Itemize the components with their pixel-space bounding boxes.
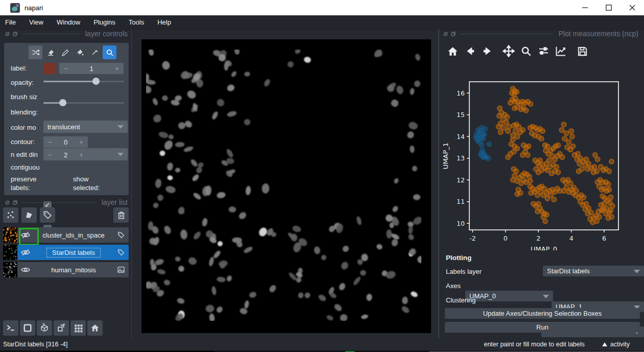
svg-text:15: 15 (457, 111, 465, 119)
n-edit-dim-spinbox[interactable]: −2+ (43, 149, 88, 160)
plot-configure-button[interactable] (537, 44, 550, 58)
eye-slash-icon (20, 230, 31, 240)
hide-dock-icon[interactable] (5, 32, 10, 36)
hide-dock-icon[interactable] (443, 32, 448, 36)
labels-layer-combobox[interactable]: StarDist labels (543, 266, 644, 276)
layer-row-human-mitosis[interactable]: human_mitosis (3, 262, 129, 277)
maximize-button[interactable] (597, 0, 621, 15)
plot-edit-axis-button[interactable] (554, 44, 567, 58)
contour-spinbox[interactable]: −0+ (43, 136, 88, 148)
opacity-slider[interactable] (43, 78, 124, 85)
delete-layer-button[interactable] (113, 207, 129, 223)
grid-icon (74, 323, 83, 333)
svg-text:UMAP_0: UMAP_0 (531, 245, 557, 250)
layer-controls-header: layer controls (5, 30, 128, 38)
plotting-section-title: Plotting (446, 254, 471, 262)
update-axes-button[interactable]: Update Axes/Clustering Selection Boxes (445, 308, 640, 319)
svg-text:10: 10 (457, 220, 465, 227)
grid-view-button[interactable] (70, 320, 86, 336)
svg-text:4: 4 (569, 234, 574, 242)
svg-text:16: 16 (457, 89, 465, 97)
layer-name: human_mitosis (34, 266, 113, 274)
image-layer-icon (117, 266, 125, 274)
color-picker-tool-button[interactable] (88, 45, 102, 59)
new-points-layer-button[interactable] (3, 207, 18, 223)
label-color-swatch[interactable] (43, 63, 56, 74)
plot-dock-title: Plot measurements (ncp) (559, 30, 638, 38)
preserve-labels-label: preserve labels: (11, 175, 37, 192)
erase-tool-button[interactable] (43, 45, 57, 59)
label-spinbox[interactable]: −1+ (59, 63, 124, 74)
color-mode-label: color mo (11, 124, 36, 131)
labels-layer-icon (117, 231, 125, 239)
transpose-dimensions-button[interactable] (54, 320, 69, 336)
float-dock-icon[interactable] (13, 200, 17, 205)
plot-home-button[interactable] (446, 44, 459, 58)
points-icon (6, 210, 16, 220)
console-button[interactable] (3, 320, 18, 336)
activity-button[interactable]: activity (602, 341, 630, 348)
plot-pan-button[interactable] (502, 44, 515, 58)
menu-file[interactable]: File (0, 18, 22, 26)
zoom-tool-button[interactable] (103, 45, 116, 59)
status-coordinates: StarDist labels [316 -4] (3, 341, 67, 348)
plot-dock-header: Plot measurements (ncp) (443, 30, 638, 38)
layer-row-stardist-labels[interactable]: StarDist labels (3, 245, 129, 260)
fill-tool-button[interactable] (73, 45, 87, 59)
layer-list-title: layer list (102, 198, 128, 206)
plot-zoom-button[interactable] (519, 44, 533, 58)
axes-label: Axes (446, 282, 461, 290)
label-row-label: label: (11, 64, 27, 72)
menu-help[interactable]: Help (151, 18, 178, 26)
menu-tools[interactable]: Tools (122, 18, 151, 26)
microscopy-image (146, 50, 421, 321)
chevron-down-icon (543, 295, 549, 298)
eye-icon (20, 265, 31, 275)
new-shapes-layer-button[interactable] (21, 207, 37, 223)
dock-divider[interactable] (438, 29, 439, 338)
close-button[interactable] (621, 0, 644, 15)
arrow-left-icon (464, 45, 476, 57)
roll-dimensions-button[interactable] (37, 320, 52, 336)
status-bar: StarDist labels [316 -4] enter paint or … (0, 338, 644, 350)
plot-save-button[interactable] (576, 44, 589, 58)
brush-size-label: brush siz (11, 93, 37, 101)
new-labels-layer-button[interactable] (40, 207, 55, 223)
paint-tool-button[interactable] (58, 45, 72, 59)
plot-back-button[interactable] (463, 44, 476, 58)
axes-x-combobox[interactable]: UMAP_0 (465, 291, 553, 301)
home-icon (447, 45, 459, 57)
menu-plugins[interactable]: Plugins (87, 18, 122, 26)
layer-list-header: layer list (5, 198, 128, 206)
float-dock-icon[interactable] (451, 32, 456, 36)
visibility-toggle[interactable] (17, 245, 34, 260)
blending-combobox[interactable]: translucent (43, 121, 128, 133)
title-bar: napari (0, 0, 644, 15)
shuffle-colors-button[interactable] (29, 45, 42, 59)
brush-size-slider[interactable] (43, 99, 124, 106)
napari-window: napari File View Window Plugins Tools He… (0, 0, 644, 352)
layer-thumbnail (3, 245, 17, 260)
layer-row-cluster-ids-in-space[interactable]: cluster_ids_in_space (3, 227, 129, 243)
chevron-up-icon (602, 342, 607, 346)
menu-window[interactable]: Window (50, 18, 87, 26)
visibility-toggle[interactable] (17, 262, 34, 277)
layer-controls-title: layer controls (85, 30, 128, 38)
ndisplay-toggle-button[interactable] (20, 320, 35, 336)
dock-divider[interactable] (131, 29, 132, 338)
menu-view[interactable]: View (22, 18, 50, 26)
viewer-canvas[interactable] (141, 39, 431, 333)
hide-dock-icon[interactable] (5, 200, 10, 205)
float-dock-icon[interactable] (13, 32, 17, 36)
umap-scatter-plot[interactable]: -2024610111213141516UMAP_0UMAP_1 (440, 77, 640, 250)
minimize-icon (582, 5, 588, 11)
home-reset-view-button[interactable] (87, 320, 103, 336)
run-button[interactable]: Run (445, 322, 640, 333)
minimize-button[interactable] (574, 0, 597, 15)
arrow-right-icon (482, 45, 493, 57)
visibility-toggle[interactable] (17, 227, 34, 243)
n-edit-dim-label: n edit din (11, 151, 38, 158)
maximize-icon (606, 5, 612, 11)
chevron-down-icon (117, 125, 124, 129)
plot-forward-button[interactable] (481, 44, 494, 58)
